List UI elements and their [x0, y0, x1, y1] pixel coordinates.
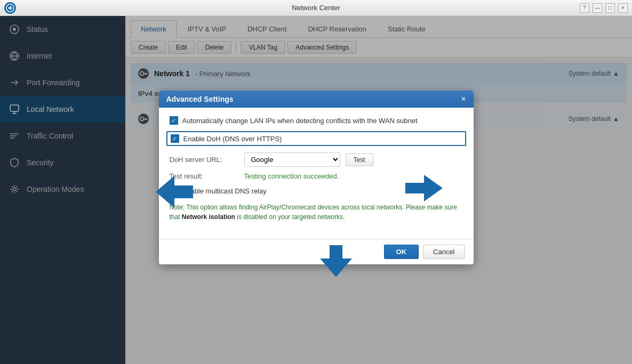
multicast-label: Enable multicast DNS relay: [182, 187, 267, 195]
window-controls[interactable]: ? — □ ×: [580, 3, 628, 13]
doh-server-row: DoH server URL: Google Cloudflare Custom…: [170, 152, 463, 167]
modal-header: Advanced Settings ×: [159, 91, 474, 108]
modal-body: ✓ Automatically change LAN IPs when dete…: [159, 108, 474, 239]
arrow-left-annotation: [156, 176, 193, 210]
titlebar: Network Center ? — □ ×: [0, 0, 632, 16]
doh-server-label: DoH server URL:: [170, 156, 239, 164]
close-button[interactable]: ×: [618, 3, 628, 13]
arrow-bottom-annotation: [320, 245, 352, 279]
modal-close-button[interactable]: ×: [461, 95, 466, 103]
modal-footer: OK Cancel: [159, 239, 474, 264]
modal-title: Advanced Settings: [166, 95, 234, 103]
test-result-value: Testing connection succeeded.: [244, 172, 339, 180]
app-logo: [4, 2, 16, 14]
doh-server-select[interactable]: Google Cloudflare Custom: [244, 152, 340, 167]
doh-checkbox-row: ✓ Enable DoH (DNS over HTTPS): [166, 131, 466, 146]
arrow-right-annotation: [405, 175, 443, 204]
note-section: Note: This option allows finding AirPlay…: [170, 203, 463, 222]
auto-change-lan-label: Automatically change LAN IPs when detect…: [182, 117, 418, 125]
svg-marker-22: [320, 245, 352, 277]
doh-label: Enable DoH (DNS over HTTPS): [183, 135, 282, 143]
note-bold: Network isolation: [182, 213, 235, 221]
minimize-button[interactable]: —: [593, 3, 602, 13]
maximize-button[interactable]: □: [605, 3, 615, 13]
app-title: Network Center: [292, 4, 340, 12]
test-button[interactable]: Test: [346, 153, 373, 166]
note-text2: is disabled on your targeted networks.: [235, 213, 345, 221]
cancel-button[interactable]: Cancel: [423, 245, 465, 259]
auto-change-lan-checkbox[interactable]: ✓: [170, 116, 178, 125]
svg-marker-20: [156, 176, 193, 208]
modal-overlay: Advanced Settings × ✓ Automatically chan…: [0, 16, 632, 364]
help-button[interactable]: ?: [580, 3, 589, 13]
checkbox1-row: ✓ Automatically change LAN IPs when dete…: [170, 116, 463, 125]
doh-checkbox[interactable]: ✓: [171, 134, 179, 143]
ok-button[interactable]: OK: [384, 245, 419, 259]
svg-marker-21: [405, 175, 443, 201]
